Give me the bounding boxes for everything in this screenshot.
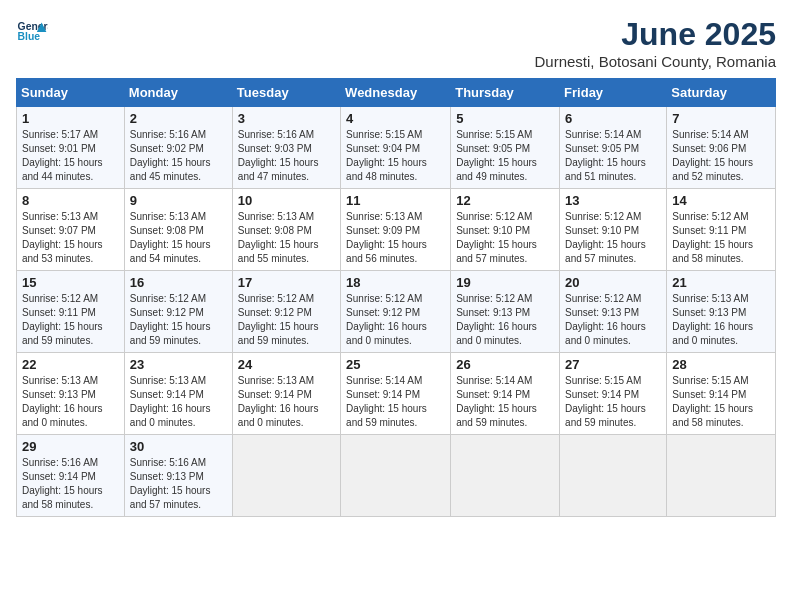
calendar-row: 1Sunrise: 5:17 AMSunset: 9:01 PMDaylight… — [17, 107, 776, 189]
day-number: 17 — [238, 275, 335, 290]
day-number: 15 — [22, 275, 119, 290]
calendar-cell — [232, 435, 340, 517]
day-info: Sunrise: 5:13 AMSunset: 9:08 PMDaylight:… — [130, 210, 227, 266]
calendar-cell: 27Sunrise: 5:15 AMSunset: 9:14 PMDayligh… — [560, 353, 667, 435]
day-info: Sunrise: 5:15 AMSunset: 9:14 PMDaylight:… — [672, 374, 770, 430]
day-info: Sunrise: 5:15 AMSunset: 9:14 PMDaylight:… — [565, 374, 661, 430]
calendar-cell: 17Sunrise: 5:12 AMSunset: 9:12 PMDayligh… — [232, 271, 340, 353]
day-info: Sunrise: 5:12 AMSunset: 9:13 PMDaylight:… — [456, 292, 554, 348]
col-friday: Friday — [560, 79, 667, 107]
calendar-cell: 21Sunrise: 5:13 AMSunset: 9:13 PMDayligh… — [667, 271, 776, 353]
day-info: Sunrise: 5:12 AMSunset: 9:12 PMDaylight:… — [346, 292, 445, 348]
calendar-cell: 11Sunrise: 5:13 AMSunset: 9:09 PMDayligh… — [341, 189, 451, 271]
day-info: Sunrise: 5:14 AMSunset: 9:14 PMDaylight:… — [456, 374, 554, 430]
day-info: Sunrise: 5:16 AMSunset: 9:03 PMDaylight:… — [238, 128, 335, 184]
day-number: 28 — [672, 357, 770, 372]
calendar-body: 1Sunrise: 5:17 AMSunset: 9:01 PMDaylight… — [17, 107, 776, 517]
calendar-cell: 18Sunrise: 5:12 AMSunset: 9:12 PMDayligh… — [341, 271, 451, 353]
col-thursday: Thursday — [451, 79, 560, 107]
calendar-cell: 20Sunrise: 5:12 AMSunset: 9:13 PMDayligh… — [560, 271, 667, 353]
day-number: 1 — [22, 111, 119, 126]
calendar-row: 8Sunrise: 5:13 AMSunset: 9:07 PMDaylight… — [17, 189, 776, 271]
title-area: June 2025 Durnesti, Botosani County, Rom… — [534, 16, 776, 70]
calendar-cell: 24Sunrise: 5:13 AMSunset: 9:14 PMDayligh… — [232, 353, 340, 435]
day-number: 18 — [346, 275, 445, 290]
calendar-cell — [560, 435, 667, 517]
day-info: Sunrise: 5:14 AMSunset: 9:14 PMDaylight:… — [346, 374, 445, 430]
day-number: 27 — [565, 357, 661, 372]
day-number: 23 — [130, 357, 227, 372]
calendar-cell: 13Sunrise: 5:12 AMSunset: 9:10 PMDayligh… — [560, 189, 667, 271]
day-info: Sunrise: 5:15 AMSunset: 9:05 PMDaylight:… — [456, 128, 554, 184]
calendar-row: 15Sunrise: 5:12 AMSunset: 9:11 PMDayligh… — [17, 271, 776, 353]
header-row: Sunday Monday Tuesday Wednesday Thursday… — [17, 79, 776, 107]
day-number: 4 — [346, 111, 445, 126]
calendar-cell: 19Sunrise: 5:12 AMSunset: 9:13 PMDayligh… — [451, 271, 560, 353]
day-number: 25 — [346, 357, 445, 372]
header: General Blue June 2025 Durnesti, Botosan… — [16, 16, 776, 70]
day-info: Sunrise: 5:13 AMSunset: 9:13 PMDaylight:… — [22, 374, 119, 430]
day-number: 13 — [565, 193, 661, 208]
calendar-cell: 9Sunrise: 5:13 AMSunset: 9:08 PMDaylight… — [124, 189, 232, 271]
calendar-cell: 8Sunrise: 5:13 AMSunset: 9:07 PMDaylight… — [17, 189, 125, 271]
col-tuesday: Tuesday — [232, 79, 340, 107]
calendar-cell: 30Sunrise: 5:16 AMSunset: 9:13 PMDayligh… — [124, 435, 232, 517]
day-number: 21 — [672, 275, 770, 290]
day-info: Sunrise: 5:12 AMSunset: 9:12 PMDaylight:… — [130, 292, 227, 348]
calendar-cell: 26Sunrise: 5:14 AMSunset: 9:14 PMDayligh… — [451, 353, 560, 435]
day-info: Sunrise: 5:16 AMSunset: 9:02 PMDaylight:… — [130, 128, 227, 184]
calendar-cell: 2Sunrise: 5:16 AMSunset: 9:02 PMDaylight… — [124, 107, 232, 189]
day-number: 12 — [456, 193, 554, 208]
calendar-cell: 4Sunrise: 5:15 AMSunset: 9:04 PMDaylight… — [341, 107, 451, 189]
col-monday: Monday — [124, 79, 232, 107]
day-number: 24 — [238, 357, 335, 372]
day-info: Sunrise: 5:13 AMSunset: 9:09 PMDaylight:… — [346, 210, 445, 266]
day-number: 26 — [456, 357, 554, 372]
calendar-cell — [451, 435, 560, 517]
day-number: 19 — [456, 275, 554, 290]
day-info: Sunrise: 5:12 AMSunset: 9:13 PMDaylight:… — [565, 292, 661, 348]
calendar-subtitle: Durnesti, Botosani County, Romania — [534, 53, 776, 70]
calendar-cell: 15Sunrise: 5:12 AMSunset: 9:11 PMDayligh… — [17, 271, 125, 353]
logo-icon: General Blue — [16, 16, 48, 48]
day-info: Sunrise: 5:16 AMSunset: 9:13 PMDaylight:… — [130, 456, 227, 512]
day-info: Sunrise: 5:14 AMSunset: 9:06 PMDaylight:… — [672, 128, 770, 184]
day-info: Sunrise: 5:12 AMSunset: 9:10 PMDaylight:… — [565, 210, 661, 266]
calendar-cell: 5Sunrise: 5:15 AMSunset: 9:05 PMDaylight… — [451, 107, 560, 189]
calendar-cell: 25Sunrise: 5:14 AMSunset: 9:14 PMDayligh… — [341, 353, 451, 435]
logo: General Blue — [16, 16, 48, 48]
day-info: Sunrise: 5:16 AMSunset: 9:14 PMDaylight:… — [22, 456, 119, 512]
day-number: 20 — [565, 275, 661, 290]
day-info: Sunrise: 5:17 AMSunset: 9:01 PMDaylight:… — [22, 128, 119, 184]
svg-text:Blue: Blue — [18, 31, 41, 42]
calendar-cell: 12Sunrise: 5:12 AMSunset: 9:10 PMDayligh… — [451, 189, 560, 271]
day-number: 30 — [130, 439, 227, 454]
day-info: Sunrise: 5:12 AMSunset: 9:11 PMDaylight:… — [22, 292, 119, 348]
day-number: 7 — [672, 111, 770, 126]
calendar-cell: 28Sunrise: 5:15 AMSunset: 9:14 PMDayligh… — [667, 353, 776, 435]
day-info: Sunrise: 5:13 AMSunset: 9:14 PMDaylight:… — [130, 374, 227, 430]
day-info: Sunrise: 5:14 AMSunset: 9:05 PMDaylight:… — [565, 128, 661, 184]
day-info: Sunrise: 5:12 AMSunset: 9:12 PMDaylight:… — [238, 292, 335, 348]
day-number: 5 — [456, 111, 554, 126]
calendar-row: 29Sunrise: 5:16 AMSunset: 9:14 PMDayligh… — [17, 435, 776, 517]
day-number: 11 — [346, 193, 445, 208]
calendar-cell: 14Sunrise: 5:12 AMSunset: 9:11 PMDayligh… — [667, 189, 776, 271]
col-wednesday: Wednesday — [341, 79, 451, 107]
day-number: 22 — [22, 357, 119, 372]
day-info: Sunrise: 5:13 AMSunset: 9:13 PMDaylight:… — [672, 292, 770, 348]
calendar-cell: 6Sunrise: 5:14 AMSunset: 9:05 PMDaylight… — [560, 107, 667, 189]
calendar-title: June 2025 — [534, 16, 776, 53]
calendar-row: 22Sunrise: 5:13 AMSunset: 9:13 PMDayligh… — [17, 353, 776, 435]
calendar-cell: 1Sunrise: 5:17 AMSunset: 9:01 PMDaylight… — [17, 107, 125, 189]
day-info: Sunrise: 5:12 AMSunset: 9:11 PMDaylight:… — [672, 210, 770, 266]
calendar-cell: 29Sunrise: 5:16 AMSunset: 9:14 PMDayligh… — [17, 435, 125, 517]
calendar-cell: 7Sunrise: 5:14 AMSunset: 9:06 PMDaylight… — [667, 107, 776, 189]
day-info: Sunrise: 5:13 AMSunset: 9:07 PMDaylight:… — [22, 210, 119, 266]
calendar-cell: 10Sunrise: 5:13 AMSunset: 9:08 PMDayligh… — [232, 189, 340, 271]
calendar-cell: 16Sunrise: 5:12 AMSunset: 9:12 PMDayligh… — [124, 271, 232, 353]
day-number: 9 — [130, 193, 227, 208]
day-number: 29 — [22, 439, 119, 454]
day-number: 10 — [238, 193, 335, 208]
day-number: 6 — [565, 111, 661, 126]
